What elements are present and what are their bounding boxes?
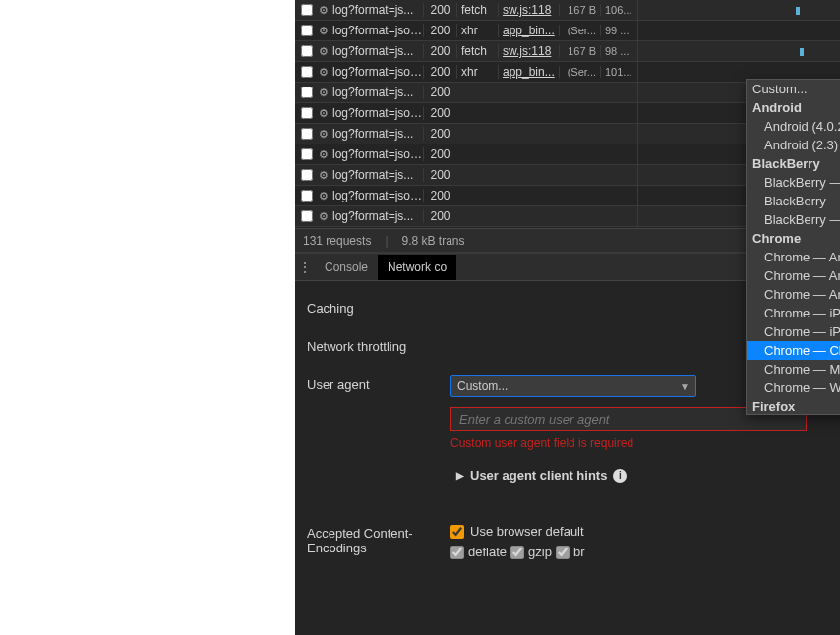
- request-status: 200: [423, 147, 456, 161]
- request-size: 167 B: [559, 45, 600, 57]
- row-checkbox[interactable]: [301, 87, 313, 98]
- summary-requests: 131 requests: [303, 234, 371, 248]
- request-status: 200: [423, 65, 456, 79]
- client-hints-label: User agent client hints: [470, 468, 607, 483]
- request-name: log?format=json...: [332, 189, 423, 202]
- listbox-group: BlackBerry: [747, 154, 840, 173]
- request-name: log?format=js...: [332, 127, 423, 141]
- request-name: log?format=js...: [332, 168, 423, 182]
- table-row[interactable]: ⚙log?format=js...200fetchsw.js:118167 B1…: [295, 0, 840, 21]
- triangle-right-icon: ▶: [456, 470, 464, 481]
- gear-icon: ⚙: [319, 190, 332, 202]
- gear-icon: ⚙: [319, 4, 332, 17]
- request-name: log?format=json...: [332, 65, 423, 79]
- request-status: 200: [423, 209, 456, 223]
- row-checkbox[interactable]: [301, 210, 313, 222]
- listbox-group: Chrome: [747, 229, 840, 248]
- br-checkbox[interactable]: [556, 546, 570, 559]
- listbox-option[interactable]: Chrome — Mac: [747, 360, 840, 378]
- row-checkbox[interactable]: [301, 25, 313, 36]
- request-name: log?format=js...: [332, 3, 423, 17]
- gear-icon: ⚙: [319, 169, 332, 182]
- request-initiator[interactable]: app_bin...: [498, 24, 559, 37]
- chevron-down-icon: ▼: [680, 381, 690, 392]
- use-browser-default-checkbox[interactable]: [450, 525, 464, 539]
- listbox-group: Android: [747, 98, 840, 117]
- gear-icon: ⚙: [319, 25, 332, 37]
- gzip-label: gzip: [528, 545, 552, 559]
- request-status: 200: [423, 168, 456, 182]
- user-agent-error: Custom user agent field is required: [450, 436, 828, 450]
- request-status: 200: [423, 24, 456, 37]
- listbox-option[interactable]: BlackBerry — PlayBook 2.1: [747, 192, 840, 210]
- request-time: 99 ...: [600, 25, 637, 36]
- request-size: 167 B: [559, 4, 600, 16]
- info-icon[interactable]: i: [613, 469, 627, 483]
- listbox-option[interactable]: BlackBerry — BB10: [747, 173, 840, 192]
- request-time: 101...: [600, 66, 637, 78]
- listbox-option[interactable]: Android (2.3) Browser — Nexus S: [747, 136, 840, 154]
- listbox-option[interactable]: Chrome — Android Mobile (high-end): [747, 266, 840, 285]
- row-checkbox[interactable]: [301, 4, 313, 16]
- request-time: 106...: [600, 4, 637, 16]
- request-status: 200: [423, 189, 456, 202]
- listbox-option[interactable]: Chrome — iPhone: [747, 304, 840, 322]
- listbox-option[interactable]: Chrome — Chrome OS: [747, 341, 840, 360]
- listbox-option[interactable]: Android (4.0.2) Browser — Galaxy Nexus: [747, 117, 840, 136]
- deflate-label: deflate: [468, 545, 507, 559]
- more-tabs-icon[interactable]: ⋮: [295, 260, 315, 275]
- row-checkbox[interactable]: [301, 190, 313, 202]
- br-label: br: [573, 545, 585, 559]
- row-checkbox[interactable]: [301, 66, 313, 78]
- user-agent-label: User agent: [307, 375, 450, 392]
- row-checkbox[interactable]: [301, 45, 313, 57]
- request-name: log?format=json...: [332, 147, 423, 161]
- divider-icon: |: [385, 234, 388, 248]
- listbox-option[interactable]: Chrome — Android Tablet: [747, 285, 840, 304]
- listbox-option[interactable]: Custom...: [747, 80, 840, 98]
- deflate-checkbox[interactable]: [450, 546, 464, 559]
- select-value: Custom...: [457, 379, 508, 393]
- table-row[interactable]: ⚙log?format=js...200fetchsw.js:118167 B9…: [295, 41, 840, 62]
- encodings-label: Accepted Content-Encodings: [307, 524, 450, 555]
- request-time: 98 ...: [600, 45, 637, 57]
- table-row[interactable]: ⚙log?format=json...200xhrapp_bin...(Ser.…: [295, 21, 840, 41]
- row-checkbox[interactable]: [301, 107, 313, 119]
- user-agent-dropdown-listbox[interactable]: Custom...AndroidAndroid (4.0.2) Browser …: [746, 79, 840, 415]
- row-checkbox[interactable]: [301, 148, 313, 160]
- request-status: 200: [423, 86, 456, 99]
- request-name: log?format=js...: [332, 44, 423, 58]
- request-status: 200: [423, 44, 456, 58]
- gear-icon: ⚙: [319, 45, 332, 58]
- gear-icon: ⚙: [319, 148, 332, 161]
- listbox-group: Firefox: [747, 397, 840, 415]
- tab-network-conditions[interactable]: Network co: [378, 255, 456, 280]
- use-browser-default-label: Use browser default: [470, 524, 584, 539]
- user-agent-select[interactable]: Custom... ▼: [450, 375, 696, 397]
- listbox-option[interactable]: Chrome — Windows: [747, 378, 840, 397]
- request-name: log?format=js...: [332, 209, 423, 223]
- listbox-option[interactable]: Chrome — Android Mobile: [747, 248, 840, 266]
- request-initiator[interactable]: sw.js:118: [498, 44, 559, 58]
- request-status: 200: [423, 3, 456, 17]
- gear-icon: ⚙: [319, 66, 332, 79]
- gear-icon: ⚙: [319, 128, 332, 141]
- request-initiator[interactable]: app_bin...: [498, 65, 559, 79]
- request-name: log?format=json...: [332, 24, 423, 37]
- tab-console[interactable]: Console: [315, 255, 378, 280]
- listbox-option[interactable]: BlackBerry — 9900: [747, 210, 840, 229]
- client-hints-toggle[interactable]: ▶ User agent client hints i: [456, 468, 828, 483]
- listbox-option[interactable]: Chrome — iPad: [747, 322, 840, 341]
- request-type: xhr: [456, 24, 498, 37]
- row-checkbox[interactable]: [301, 128, 313, 140]
- request-type: fetch: [456, 44, 498, 58]
- request-name: log?format=js...: [332, 86, 423, 99]
- request-type: fetch: [456, 3, 498, 17]
- request-type: xhr: [456, 65, 498, 79]
- row-checkbox[interactable]: [301, 169, 313, 181]
- request-initiator[interactable]: sw.js:118: [498, 3, 559, 17]
- request-name: log?format=json...: [332, 106, 423, 120]
- gzip-checkbox[interactable]: [510, 546, 524, 559]
- throttling-label: Network throttling: [307, 337, 450, 354]
- gear-icon: ⚙: [319, 87, 332, 99]
